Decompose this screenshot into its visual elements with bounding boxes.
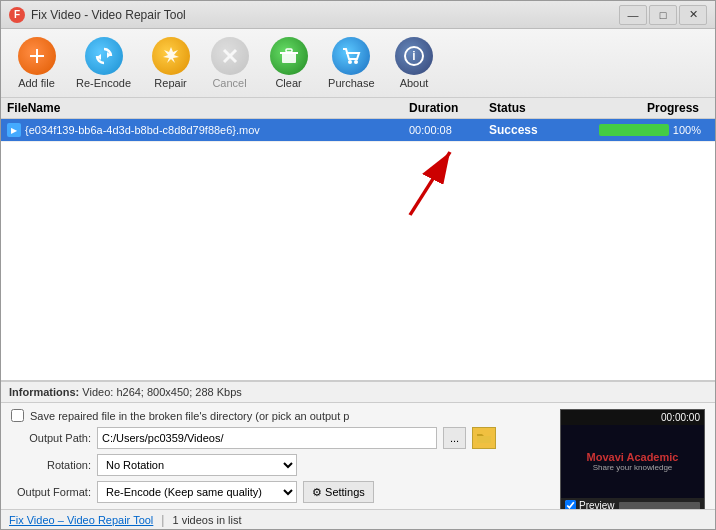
file-name-text: {e034f139-bb6a-4d3d-b8bd-c8d8d79f88e6}.m…	[25, 124, 260, 136]
svg-text:i: i	[412, 49, 415, 63]
toolbar: Add file Re-Encode Repair Cancel Clear	[1, 29, 715, 98]
file-list-header: FileName Duration Status Progress	[1, 98, 715, 119]
reencode-button[interactable]: Re-Encode	[68, 33, 139, 93]
app-icon: F	[9, 7, 25, 23]
clear-label: Clear	[275, 77, 301, 89]
content-area: FileName Duration Status Progress ▶ {e03…	[1, 98, 715, 509]
progress-bar-background	[599, 124, 669, 136]
preview-check-label: Preview	[565, 500, 615, 509]
status-separator: |	[161, 513, 164, 527]
about-icon: i	[395, 37, 433, 75]
preview-progress-bar	[619, 502, 700, 510]
file-name-cell: ▶ {e034f139-bb6a-4d3d-b8bd-c8d8d79f88e6}…	[7, 123, 409, 137]
rotation-select[interactable]: No Rotation	[97, 454, 297, 476]
main-window: F Fix Video - Video Repair Tool — □ ✕ Ad…	[0, 0, 716, 530]
svg-rect-1	[30, 55, 44, 57]
status-app-link[interactable]: Fix Video – Video Repair Tool	[9, 514, 153, 526]
svg-point-9	[348, 60, 352, 64]
folder-button[interactable]	[472, 427, 496, 449]
settings-button[interactable]: ⚙ Settings	[303, 481, 374, 503]
col-header-progress: Progress	[589, 101, 709, 115]
output-format-select[interactable]: Re-Encode (Keep same quality)	[97, 481, 297, 503]
svg-rect-7	[286, 49, 292, 52]
save-option-checkbox[interactable]	[11, 409, 24, 422]
file-type-icon: ▶	[7, 123, 21, 137]
status-count-text: 1 videos in list	[172, 514, 241, 526]
file-list-body: ▶ {e034f139-bb6a-4d3d-b8bd-c8d8d79f88e6}…	[1, 119, 715, 380]
preview-tagline-text: Share your knowledge	[593, 463, 673, 472]
reencode-icon	[85, 37, 123, 75]
preview-logo-text: Movavi Academic	[587, 451, 679, 463]
info-value: Video: h264; 800x450; 288 Kbps	[82, 386, 241, 398]
preview-panel: 00:00:00 Movavi Academic Share your know…	[560, 409, 705, 509]
window-title: Fix Video - Video Repair Tool	[31, 8, 186, 22]
file-status-cell: Success	[489, 123, 589, 137]
preview-timecode: 00:00:00	[561, 410, 704, 425]
repair-label: Repair	[154, 77, 186, 89]
file-list-container: FileName Duration Status Progress ▶ {e03…	[1, 98, 715, 381]
clear-button[interactable]: Clear	[261, 33, 316, 93]
table-row[interactable]: ▶ {e034f139-bb6a-4d3d-b8bd-c8d8d79f88e6}…	[1, 119, 715, 142]
title-bar-controls: — □ ✕	[619, 5, 707, 25]
status-bar: Fix Video – Video Repair Tool | 1 videos…	[1, 509, 715, 529]
title-bar: F Fix Video - Video Repair Tool — □ ✕	[1, 1, 715, 29]
output-path-label: Output Path:	[11, 432, 91, 444]
preview-controls: Preview	[561, 498, 704, 509]
progress-percent-text: 100%	[673, 124, 701, 136]
purchase-icon	[332, 37, 370, 75]
svg-point-10	[354, 60, 358, 64]
rotation-label: Rotation:	[11, 459, 91, 471]
col-header-duration: Duration	[409, 101, 489, 115]
browse-button[interactable]: ...	[443, 427, 466, 449]
clear-icon	[270, 37, 308, 75]
repair-button[interactable]: Repair	[143, 33, 198, 93]
col-header-status: Status	[489, 101, 589, 115]
preview-checkbox[interactable]	[565, 500, 576, 509]
cancel-button[interactable]: Cancel	[202, 33, 257, 93]
file-progress-cell: 100%	[589, 124, 709, 136]
output-format-label: Output Format:	[11, 486, 91, 498]
output-path-input[interactable]	[97, 427, 437, 449]
bottom-panel: 00:00:00 Movavi Academic Share your know…	[1, 403, 715, 509]
purchase-label: Purchase	[328, 77, 374, 89]
svg-rect-8	[280, 52, 298, 54]
col-header-filename: FileName	[7, 101, 409, 115]
preview-label-text: Preview	[579, 500, 615, 509]
about-label: About	[400, 77, 429, 89]
purchase-button[interactable]: Purchase	[320, 33, 382, 93]
info-label: Informations:	[9, 386, 79, 398]
title-bar-left: F Fix Video - Video Repair Tool	[9, 7, 186, 23]
minimize-button[interactable]: —	[619, 5, 647, 25]
add-file-label: Add file	[18, 77, 55, 89]
progress-bar-fill	[599, 124, 669, 136]
file-duration-cell: 00:00:08	[409, 124, 489, 136]
maximize-button[interactable]: □	[649, 5, 677, 25]
repair-icon	[152, 37, 190, 75]
close-button[interactable]: ✕	[679, 5, 707, 25]
about-button[interactable]: i About	[387, 33, 442, 93]
cancel-label: Cancel	[212, 77, 246, 89]
info-bar: Informations: Video: h264; 800x450; 288 …	[1, 381, 715, 403]
reencode-label: Re-Encode	[76, 77, 131, 89]
preview-video-area: Movavi Academic Share your knowledge	[561, 425, 704, 498]
add-file-icon	[18, 37, 56, 75]
cancel-icon	[211, 37, 249, 75]
add-file-button[interactable]: Add file	[9, 33, 64, 93]
